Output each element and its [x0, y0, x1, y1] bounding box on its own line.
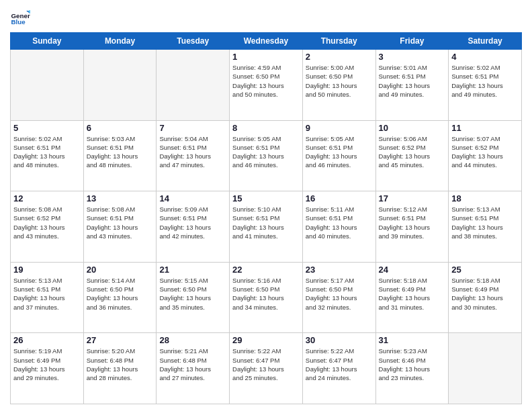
day-info: Sunrise: 5:03 AM Sunset: 6:51 PM Dayligh… — [87, 134, 154, 170]
day-cell: 24Sunrise: 5:18 AM Sunset: 6:49 PM Dayli… — [375, 262, 449, 333]
day-number: 1 — [232, 52, 300, 62]
week-row-5: 26Sunrise: 5:19 AM Sunset: 6:49 PM Dayli… — [11, 333, 522, 404]
day-header-saturday: Saturday — [449, 33, 522, 50]
day-info: Sunrise: 5:23 AM Sunset: 6:46 PM Dayligh… — [379, 347, 446, 382]
day-info: Sunrise: 5:17 AM Sunset: 6:50 PM Dayligh… — [306, 276, 373, 312]
day-cell: 2Sunrise: 5:00 AM Sunset: 6:50 PM Daylig… — [302, 50, 375, 121]
page-header: General Blue — [10, 7, 522, 27]
day-info: Sunrise: 5:16 AM Sunset: 6:50 PM Dayligh… — [232, 276, 300, 312]
day-number: 10 — [379, 123, 446, 133]
day-number: 28 — [159, 335, 226, 345]
day-number: 24 — [379, 265, 446, 275]
day-cell: 15Sunrise: 5:10 AM Sunset: 6:51 PM Dayli… — [230, 191, 303, 263]
day-cell: 9Sunrise: 5:05 AM Sunset: 6:51 PM Daylig… — [302, 120, 375, 191]
day-number: 6 — [87, 123, 154, 133]
day-number: 30 — [306, 335, 373, 345]
day-cell: 8Sunrise: 5:05 AM Sunset: 6:51 PM Daylig… — [230, 120, 303, 191]
day-info: Sunrise: 5:18 AM Sunset: 6:49 PM Dayligh… — [379, 276, 446, 312]
day-info: Sunrise: 5:01 AM Sunset: 6:51 PM Dayligh… — [379, 63, 446, 99]
day-cell: 17Sunrise: 5:12 AM Sunset: 6:51 PM Dayli… — [375, 191, 449, 263]
day-info: Sunrise: 5:21 AM Sunset: 6:48 PM Dayligh… — [159, 347, 226, 382]
day-number: 29 — [232, 335, 300, 345]
day-number: 4 — [451, 52, 519, 62]
day-info: Sunrise: 5:22 AM Sunset: 6:47 PM Dayligh… — [306, 347, 373, 382]
day-cell: 10Sunrise: 5:06 AM Sunset: 6:52 PM Dayli… — [375, 120, 449, 191]
day-number: 5 — [13, 123, 81, 133]
day-info: Sunrise: 5:13 AM Sunset: 6:51 PM Dayligh… — [13, 276, 81, 312]
logo: General Blue — [10, 7, 33, 27]
svg-text:Blue: Blue — [11, 18, 26, 26]
day-number: 18 — [451, 193, 519, 203]
day-header-sunday: Sunday — [11, 33, 84, 50]
day-number: 31 — [379, 335, 446, 345]
day-info: Sunrise: 4:59 AM Sunset: 6:50 PM Dayligh… — [232, 63, 300, 99]
day-cell: 30Sunrise: 5:22 AM Sunset: 6:47 PM Dayli… — [302, 333, 375, 404]
day-info: Sunrise: 5:02 AM Sunset: 6:51 PM Dayligh… — [451, 63, 519, 99]
day-number: 11 — [451, 123, 519, 133]
day-cell: 6Sunrise: 5:03 AM Sunset: 6:51 PM Daylig… — [83, 120, 157, 191]
day-info: Sunrise: 5:22 AM Sunset: 6:47 PM Dayligh… — [232, 347, 300, 382]
week-row-3: 12Sunrise: 5:08 AM Sunset: 6:52 PM Dayli… — [11, 191, 522, 263]
day-header-wednesday: Wednesday — [230, 33, 303, 50]
day-cell: 11Sunrise: 5:07 AM Sunset: 6:52 PM Dayli… — [449, 120, 522, 191]
day-cell: 18Sunrise: 5:13 AM Sunset: 6:51 PM Dayli… — [449, 191, 522, 263]
day-number: 3 — [379, 52, 446, 62]
week-row-1: 1Sunrise: 4:59 AM Sunset: 6:50 PM Daylig… — [11, 50, 522, 121]
day-cell: 12Sunrise: 5:08 AM Sunset: 6:52 PM Dayli… — [11, 191, 84, 263]
day-info: Sunrise: 5:09 AM Sunset: 6:51 PM Dayligh… — [159, 205, 226, 240]
day-number: 7 — [159, 123, 226, 133]
day-number: 13 — [87, 193, 154, 203]
day-cell: 3Sunrise: 5:01 AM Sunset: 6:51 PM Daylig… — [375, 50, 449, 121]
day-cell: 23Sunrise: 5:17 AM Sunset: 6:50 PM Dayli… — [302, 262, 375, 333]
day-cell: 16Sunrise: 5:11 AM Sunset: 6:51 PM Dayli… — [302, 191, 375, 263]
day-info: Sunrise: 5:13 AM Sunset: 6:51 PM Dayligh… — [451, 205, 519, 240]
day-number: 19 — [13, 265, 81, 275]
day-header-friday: Friday — [375, 33, 449, 50]
day-cell: 20Sunrise: 5:14 AM Sunset: 6:50 PM Dayli… — [83, 262, 157, 333]
day-cell: 14Sunrise: 5:09 AM Sunset: 6:51 PM Dayli… — [157, 191, 230, 263]
day-info: Sunrise: 5:04 AM Sunset: 6:51 PM Dayligh… — [159, 134, 226, 170]
day-info: Sunrise: 5:06 AM Sunset: 6:52 PM Dayligh… — [379, 134, 446, 170]
day-cell: 7Sunrise: 5:04 AM Sunset: 6:51 PM Daylig… — [157, 120, 230, 191]
day-number: 26 — [13, 335, 81, 345]
day-cell: 31Sunrise: 5:23 AM Sunset: 6:46 PM Dayli… — [375, 333, 449, 404]
day-header-thursday: Thursday — [302, 33, 375, 50]
day-info: Sunrise: 5:20 AM Sunset: 6:48 PM Dayligh… — [87, 347, 154, 382]
day-info: Sunrise: 5:12 AM Sunset: 6:51 PM Dayligh… — [379, 205, 446, 240]
logo-icon: General Blue — [10, 7, 30, 27]
day-number: 27 — [87, 335, 154, 345]
day-cell — [449, 333, 522, 404]
day-cell: 28Sunrise: 5:21 AM Sunset: 6:48 PM Dayli… — [157, 333, 230, 404]
day-info: Sunrise: 5:05 AM Sunset: 6:51 PM Dayligh… — [306, 134, 373, 170]
day-cell — [11, 50, 84, 121]
day-number: 2 — [306, 52, 373, 62]
day-cell: 19Sunrise: 5:13 AM Sunset: 6:51 PM Dayli… — [11, 262, 84, 333]
day-info: Sunrise: 5:11 AM Sunset: 6:51 PM Dayligh… — [306, 205, 373, 240]
week-row-4: 19Sunrise: 5:13 AM Sunset: 6:51 PM Dayli… — [11, 262, 522, 333]
day-number: 20 — [87, 265, 154, 275]
day-cell: 25Sunrise: 5:18 AM Sunset: 6:49 PM Dayli… — [449, 262, 522, 333]
day-cell: 22Sunrise: 5:16 AM Sunset: 6:50 PM Dayli… — [230, 262, 303, 333]
day-info: Sunrise: 5:08 AM Sunset: 6:51 PM Dayligh… — [87, 205, 154, 240]
day-info: Sunrise: 5:08 AM Sunset: 6:52 PM Dayligh… — [13, 205, 81, 240]
day-info: Sunrise: 5:19 AM Sunset: 6:49 PM Dayligh… — [13, 347, 81, 382]
day-number: 21 — [159, 265, 226, 275]
day-info: Sunrise: 5:07 AM Sunset: 6:52 PM Dayligh… — [451, 134, 519, 170]
day-cell: 21Sunrise: 5:15 AM Sunset: 6:50 PM Dayli… — [157, 262, 230, 333]
day-number: 16 — [306, 193, 373, 203]
day-number: 23 — [306, 265, 373, 275]
day-info: Sunrise: 5:14 AM Sunset: 6:50 PM Dayligh… — [87, 276, 154, 312]
day-number: 8 — [232, 123, 300, 133]
day-cell — [157, 50, 230, 121]
page-container: General Blue SundayMondayTuesdayWednesda… — [0, 0, 532, 411]
day-cell — [83, 50, 157, 121]
day-number: 25 — [451, 265, 519, 275]
day-cell: 26Sunrise: 5:19 AM Sunset: 6:49 PM Dayli… — [11, 333, 84, 404]
day-cell: 4Sunrise: 5:02 AM Sunset: 6:51 PM Daylig… — [449, 50, 522, 121]
day-info: Sunrise: 5:10 AM Sunset: 6:51 PM Dayligh… — [232, 205, 300, 240]
day-cell: 1Sunrise: 4:59 AM Sunset: 6:50 PM Daylig… — [230, 50, 303, 121]
day-info: Sunrise: 5:18 AM Sunset: 6:49 PM Dayligh… — [451, 276, 519, 312]
day-number: 9 — [306, 123, 373, 133]
day-info: Sunrise: 5:15 AM Sunset: 6:50 PM Dayligh… — [159, 276, 226, 312]
day-number: 15 — [232, 193, 300, 203]
